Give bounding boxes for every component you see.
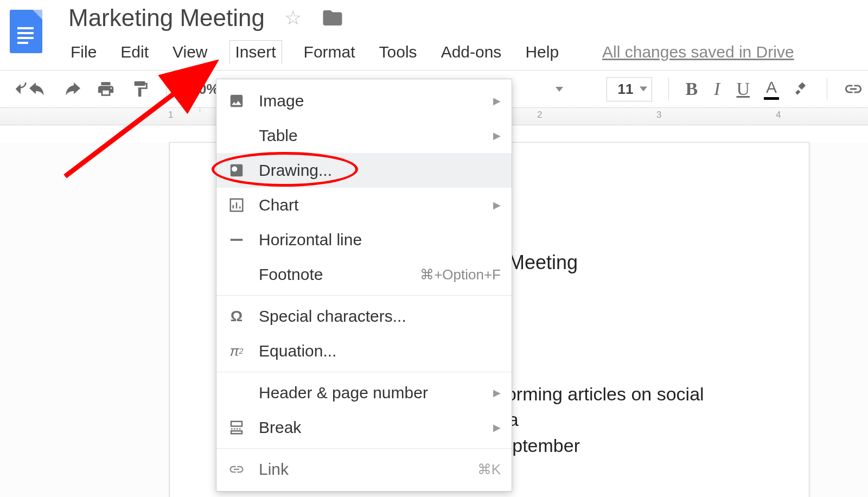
insert-table-label: Table xyxy=(259,126,493,145)
horizontal-line-icon xyxy=(226,230,247,250)
menu-format[interactable]: Format xyxy=(302,42,358,62)
svg-point-1 xyxy=(232,167,237,172)
insert-header-page-number[interactable]: Header & page number ▶ xyxy=(216,375,512,410)
insert-special-characters[interactable]: Ω Special characters... xyxy=(216,299,512,334)
font-caret-icon[interactable] xyxy=(556,87,563,92)
ruler-mark-2: 2 xyxy=(537,110,542,120)
submenu-arrow-icon: ▶ xyxy=(493,422,501,434)
undo-button[interactable] xyxy=(12,80,47,98)
star-icon[interactable]: ☆ xyxy=(284,7,302,29)
insert-equation[interactable]: π2 Equation... xyxy=(216,334,512,368)
submenu-arrow-icon: ▶ xyxy=(493,95,501,107)
menu-insert[interactable]: Insert xyxy=(229,40,282,63)
link-icon xyxy=(226,459,247,480)
font-size-value: 11 xyxy=(618,81,634,97)
redo-button[interactable] xyxy=(63,82,80,95)
break-icon xyxy=(226,417,247,438)
document-title[interactable]: Marketing Meeting xyxy=(68,4,265,31)
insert-chart[interactable]: Chart ▶ xyxy=(216,188,512,222)
text-color-button[interactable]: A xyxy=(766,78,777,100)
move-to-folder-icon[interactable] xyxy=(321,7,344,29)
link-shortcut: ⌘K xyxy=(477,461,501,478)
insert-hline-label: Horizontal line xyxy=(259,231,501,249)
menu-bar: File Edit View Insert Format Tools Add-o… xyxy=(68,40,868,63)
docs-logo[interactable] xyxy=(10,10,42,53)
italic-button[interactable]: I xyxy=(714,79,720,99)
chart-icon xyxy=(226,195,247,215)
ruler-mark-3: 3 xyxy=(656,110,661,120)
insert-link-button[interactable] xyxy=(844,79,863,99)
insert-table[interactable]: Table ▶ xyxy=(216,118,512,153)
svg-rect-9 xyxy=(231,431,242,434)
image-icon xyxy=(226,91,247,111)
zoom-value: 100% xyxy=(183,81,219,98)
insert-break-label: Break xyxy=(259,418,493,437)
submenu-arrow-icon: ▶ xyxy=(493,199,501,211)
insert-link[interactable]: Link ⌘K xyxy=(216,452,512,487)
equation-icon: π2 xyxy=(226,341,247,361)
menu-view[interactable]: View xyxy=(170,42,209,62)
submenu-arrow-icon: ▶ xyxy=(493,130,501,142)
insert-drawing[interactable]: Drawing... xyxy=(216,153,512,188)
insert-header-pn-label: Header & page number xyxy=(259,384,493,402)
menu-addons[interactable]: Add-ons xyxy=(439,42,504,62)
svg-rect-7 xyxy=(231,422,242,426)
insert-footnote-label: Footnote xyxy=(259,265,420,284)
font-size-select[interactable]: 11 xyxy=(607,77,653,101)
submenu-arrow-icon: ▶ xyxy=(493,387,501,399)
insert-drawing-label: Drawing... xyxy=(259,161,501,180)
footnote-shortcut: ⌘+Option+F xyxy=(420,266,501,283)
menu-tools[interactable]: Tools xyxy=(377,42,419,62)
paint-format-button[interactable] xyxy=(131,80,150,98)
save-status[interactable]: All changes saved in Drive xyxy=(602,43,794,61)
insert-link-label: Link xyxy=(259,460,477,479)
menu-edit[interactable]: Edit xyxy=(118,42,151,62)
insert-image-label: Image xyxy=(259,92,493,110)
print-button[interactable] xyxy=(97,80,115,98)
omega-icon: Ω xyxy=(226,306,247,327)
insert-break[interactable]: Break ▶ xyxy=(216,410,512,445)
bold-button[interactable]: B xyxy=(685,79,698,99)
zoom-select[interactable]: 100% xyxy=(183,81,219,98)
drawing-icon xyxy=(226,160,247,181)
chevron-down-icon xyxy=(640,87,647,92)
menu-file[interactable]: File xyxy=(68,42,99,62)
ruler-mark-1: 1 xyxy=(168,110,173,120)
insert-equation-label: Equation... xyxy=(259,342,501,360)
insert-horizontal-line[interactable]: Horizontal line xyxy=(216,222,512,257)
underline-button[interactable]: U xyxy=(736,79,750,99)
highlight-button[interactable] xyxy=(793,80,810,98)
ruler-mark-4: 4 xyxy=(776,110,781,120)
menu-help[interactable]: Help xyxy=(523,42,561,62)
insert-dropdown: Image ▶ Table ▶ Drawing... Chart ▶ Horiz… xyxy=(216,79,512,492)
insert-chart-label: Chart xyxy=(259,196,493,214)
insert-image[interactable]: Image ▶ xyxy=(216,84,512,118)
insert-special-chars-label: Special characters... xyxy=(259,307,501,326)
insert-footnote[interactable]: Footnote ⌘+Option+F xyxy=(216,257,512,292)
